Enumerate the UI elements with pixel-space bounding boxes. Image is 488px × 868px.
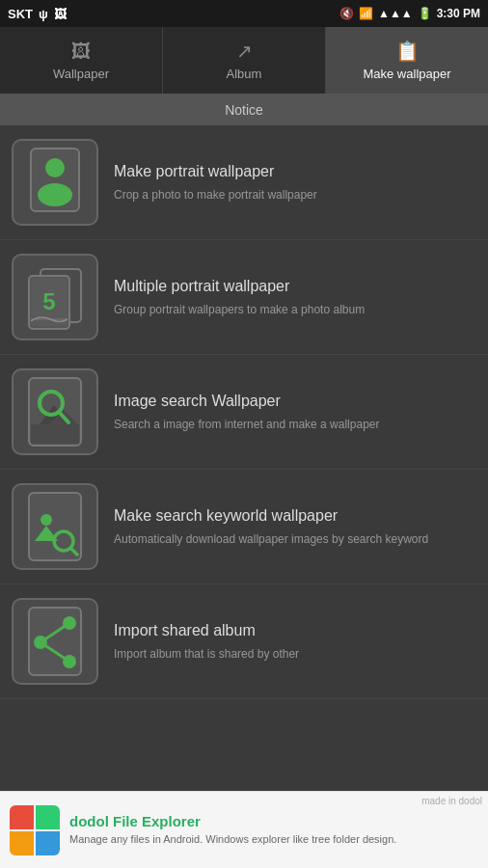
make-portrait-icon (26, 147, 84, 219)
make-wallpaper-tab-icon: 📋 (395, 40, 420, 63)
svg-text:5: 5 (42, 288, 55, 314)
image-search-title: Image search Wallpaper (114, 392, 476, 412)
wallpaper-tab-label: Wallpaper (53, 67, 109, 81)
battery-icon: 🔋 (418, 7, 432, 20)
import-album-desc: Import album that is shared by other (114, 646, 476, 663)
menu-list: Make portrait wallpaper Crop a photo to … (0, 125, 488, 787)
usb-icon: ψ (39, 7, 48, 21)
search-keyword-title: Make search keyworld wallpaper (114, 506, 476, 527)
svg-point-1 (45, 158, 65, 177)
search-keyword-desc: Automatically download wallpaper images … (114, 531, 476, 548)
search-keyword-text: Make search keyworld wallpaper Automatic… (114, 506, 476, 548)
import-album-icon (25, 606, 85, 678)
search-keyword-icon (25, 491, 85, 563)
multiple-portrait-desc: Group portrait wallpapers to make a phot… (114, 302, 476, 318)
image-icon: 🖼 (54, 7, 67, 21)
tab-wallpaper[interactable]: 🖼 Wallpaper (0, 27, 163, 94)
svg-point-2 (38, 183, 72, 206)
menu-item-make-portrait[interactable]: Make portrait wallpaper Crop a photo to … (0, 125, 488, 240)
status-left: SKT ψ 🖼 (8, 7, 67, 21)
menu-item-import-album[interactable]: Import shared album Import album that is… (0, 584, 488, 699)
status-bar: SKT ψ 🖼 🔇 📶 ▲▲▲ 🔋 3:30 PM (0, 0, 488, 27)
image-search-icon-wrap (12, 368, 98, 455)
tab-make-wallpaper[interactable]: 📋 Make wallpaper (326, 27, 488, 94)
ad-text: dodol File Explorer Manage any files in … (69, 813, 478, 846)
menu-item-image-search[interactable]: Image search Wallpaper Search a image fr… (0, 355, 488, 470)
menu-item-search-keyword[interactable]: Make search keyworld wallpaper Automatic… (0, 470, 488, 584)
ad-made-label: made in dodol (421, 796, 482, 806)
image-search-icon (25, 376, 85, 448)
import-album-title: Import shared album (114, 621, 476, 641)
tab-bar: 🖼 Wallpaper ↗ Album 📋 Make wallpaper (0, 27, 488, 95)
svg-rect-9 (31, 424, 79, 444)
multiple-portrait-text: Multiple portrait wallpaper Group portra… (114, 277, 476, 318)
wifi-icon: 📶 (359, 7, 373, 20)
make-wallpaper-tab-label: Make wallpaper (363, 67, 450, 81)
multiple-portrait-title: Multiple portrait wallpaper (114, 277, 476, 297)
ad-title: dodol File Explorer (69, 813, 478, 829)
ad-desc: Manage any files in Android. Windows exp… (69, 832, 478, 846)
ad-logo-green (36, 805, 60, 829)
ad-logo-orange (10, 831, 34, 855)
notice-label: Notice (225, 102, 263, 118)
multiple-portrait-icon-wrap: 5 (12, 254, 98, 340)
status-right: 🔇 📶 ▲▲▲ 🔋 3:30 PM (339, 7, 480, 20)
carrier-label: SKT (8, 7, 33, 21)
ad-logo-red (10, 805, 34, 829)
import-album-text: Import shared album Import album that is… (114, 621, 476, 663)
ad-logo (10, 805, 60, 855)
time-label: 3:30 PM (437, 7, 480, 20)
wallpaper-tab-icon: 🖼 (71, 41, 91, 63)
ad-logo-blue (36, 831, 60, 855)
menu-item-multiple-portrait[interactable]: 5 Multiple portrait wallpaper Group port… (0, 240, 488, 355)
image-search-text: Image search Wallpaper Search a image fr… (114, 392, 476, 433)
tab-album[interactable]: ↗ Album (163, 27, 326, 94)
album-tab-icon: ↗ (236, 40, 253, 63)
image-search-desc: Search a image from internet and make a … (114, 417, 476, 433)
svg-point-15 (41, 514, 52, 526)
make-portrait-title: Make portrait wallpaper (114, 162, 476, 182)
make-portrait-icon-wrap (12, 139, 98, 226)
signal-icon: ▲▲▲ (378, 7, 413, 20)
make-portrait-desc: Crop a photo to make portrait wallpaper (114, 187, 476, 203)
mute-icon: 🔇 (339, 7, 354, 20)
multiple-portrait-icon: 5 (21, 261, 89, 334)
album-tab-label: Album (227, 67, 262, 81)
search-keyword-icon-wrap (12, 483, 98, 570)
import-album-icon-wrap (12, 598, 98, 685)
ad-bar[interactable]: dodol File Explorer Manage any files in … (0, 791, 488, 868)
notice-bar: Notice (0, 95, 488, 125)
make-portrait-text: Make portrait wallpaper Crop a photo to … (114, 162, 476, 203)
